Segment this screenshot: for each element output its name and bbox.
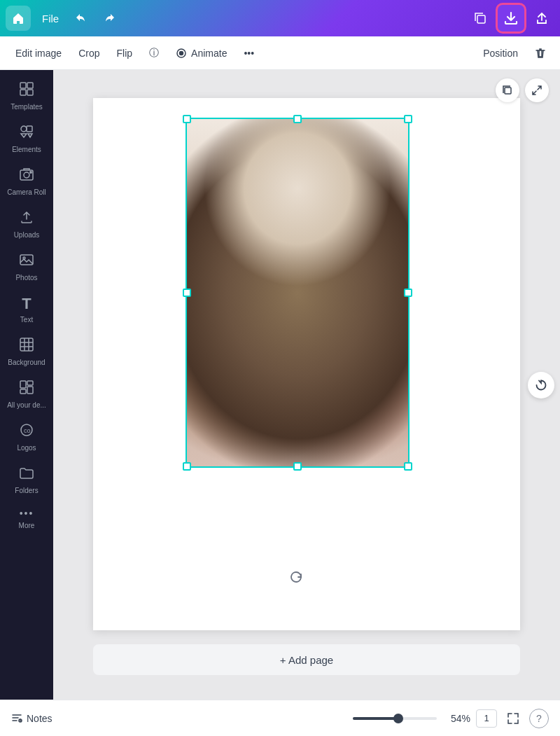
canvas-area: + Add page	[53, 70, 560, 700]
svg-rect-6	[27, 90, 33, 95]
svg-point-11	[30, 172, 31, 173]
sidebar-item-label-uploads: Uploads	[14, 231, 40, 239]
sidebar-item-photos[interactable]: Photos	[3, 247, 50, 288]
edit-image-button[interactable]: Edit image	[8, 43, 69, 63]
sidebar-item-label-photos: Photos	[15, 274, 37, 282]
zoom-slider-container	[353, 717, 437, 720]
handle-top-right[interactable]	[404, 115, 412, 123]
delete-button[interactable]	[529, 42, 552, 64]
more-icon: •••	[20, 508, 34, 519]
flower-image	[187, 119, 408, 466]
toolbar: Edit image Crop Flip ⓘ Animate ••• Posit…	[0, 36, 560, 70]
main-area: Templates Elements Camera R	[0, 70, 560, 700]
sidebar-item-more[interactable]: ••• More	[3, 502, 50, 536]
logos-icon: co.	[19, 422, 34, 441]
handle-top-left[interactable]	[183, 115, 191, 123]
home-button[interactable]	[6, 6, 31, 31]
handle-bottom-right[interactable]	[404, 462, 412, 471]
crop-button[interactable]: Crop	[71, 43, 106, 63]
sidebar-item-elements[interactable]: Elements	[3, 118, 50, 160]
position-button[interactable]: Position	[475, 43, 526, 63]
folders-icon	[19, 465, 34, 484]
animate-label: Animate	[191, 48, 227, 59]
topbar: File	[0, 0, 560, 36]
camera-roll-icon	[19, 167, 34, 186]
sidebar-item-label-templates: Templates	[10, 103, 43, 111]
background-icon	[19, 337, 34, 356]
redo-button[interactable]	[97, 6, 120, 30]
more-options-button[interactable]: •••	[237, 43, 261, 63]
zoom-slider-thumb[interactable]	[393, 714, 403, 723]
canvas-duplicate-button[interactable]	[496, 78, 519, 102]
page-number-button[interactable]: 1	[476, 709, 497, 728]
sidebar-item-label-text: Text	[20, 316, 33, 324]
add-page-button[interactable]: + Add page	[93, 644, 520, 675]
handle-top-middle[interactable]	[293, 115, 302, 123]
sidebar-item-label-elements: Elements	[12, 146, 41, 154]
canvas-expand-button[interactable]	[525, 78, 549, 102]
svg-rect-21	[20, 389, 26, 394]
bottombar: Notes 54% 1 ?	[0, 700, 560, 736]
share-button[interactable]	[529, 6, 554, 31]
svg-rect-25	[505, 88, 511, 94]
help-button[interactable]: ?	[529, 709, 549, 728]
sidebar-item-uploads[interactable]: Uploads	[3, 204, 50, 245]
sidebar-item-templates[interactable]: Templates	[3, 76, 50, 117]
sidebar-item-label-camera-roll: Camera Roll	[7, 188, 46, 197]
sidebar-item-camera-roll[interactable]: Camera Roll	[3, 161, 50, 202]
sidebar-item-background[interactable]: Background	[3, 331, 50, 373]
undo-button[interactable]	[70, 6, 94, 30]
sidebar-item-all-designs[interactable]: All your de...	[3, 374, 50, 415]
text-icon: T	[22, 295, 31, 313]
svg-rect-22	[27, 387, 33, 394]
elements-icon	[19, 124, 34, 143]
notes-button[interactable]: Notes	[11, 713, 52, 724]
zoom-level: 54%	[442, 713, 470, 724]
svg-rect-8	[27, 126, 32, 132]
canvas-right-controls	[528, 372, 554, 398]
sidebar-item-folders[interactable]: Folders	[3, 459, 50, 501]
svg-point-2	[180, 51, 183, 55]
svg-rect-14	[20, 338, 33, 351]
sidebar-item-logos[interactable]: co. Logos	[3, 417, 50, 458]
sidebar-item-label-more: More	[19, 522, 35, 530]
svg-rect-5	[20, 90, 26, 95]
canvas-top-controls	[496, 78, 549, 102]
download-button[interactable]	[496, 3, 526, 34]
zoom-slider[interactable]	[353, 717, 437, 720]
sidebar-item-text[interactable]: T Text	[3, 289, 50, 330]
flip-button[interactable]: Flip	[110, 43, 140, 63]
rotate-button[interactable]	[528, 372, 554, 398]
handle-bottom-left[interactable]	[183, 462, 191, 471]
photos-icon	[19, 252, 34, 271]
sidebar: Templates Elements Camera R	[0, 70, 53, 700]
image-refresh-button[interactable]	[288, 569, 304, 588]
all-designs-icon	[19, 380, 34, 398]
handle-middle-right[interactable]	[404, 289, 412, 297]
notes-label: Notes	[27, 713, 52, 724]
fullscreen-button[interactable]	[503, 708, 524, 729]
file-menu[interactable]: File	[34, 8, 67, 29]
svg-rect-12	[20, 255, 33, 265]
animate-button[interactable]: Animate	[169, 43, 234, 63]
duplicate-button[interactable]	[468, 6, 493, 31]
uploads-icon	[19, 209, 34, 228]
svg-rect-19	[20, 381, 26, 388]
svg-rect-4	[27, 83, 33, 88]
sidebar-item-label-folders: Folders	[15, 487, 38, 495]
sidebar-item-label-logos: Logos	[17, 444, 36, 452]
svg-point-7	[21, 126, 27, 132]
templates-icon	[19, 81, 34, 100]
sidebar-item-label-background: Background	[8, 359, 45, 367]
info-button[interactable]: ⓘ	[142, 43, 166, 64]
selected-image[interactable]	[186, 118, 410, 468]
svg-point-10	[24, 172, 29, 178]
handle-middle-left[interactable]	[183, 289, 191, 297]
canvas-page	[93, 98, 520, 630]
svg-rect-0	[477, 15, 485, 23]
svg-rect-20	[27, 381, 33, 385]
info-icon: ⓘ	[149, 47, 159, 60]
handle-bottom-middle[interactable]	[293, 462, 302, 471]
zoom-slider-fill	[353, 717, 398, 720]
sidebar-item-label-all-designs: All your de...	[7, 401, 46, 410]
